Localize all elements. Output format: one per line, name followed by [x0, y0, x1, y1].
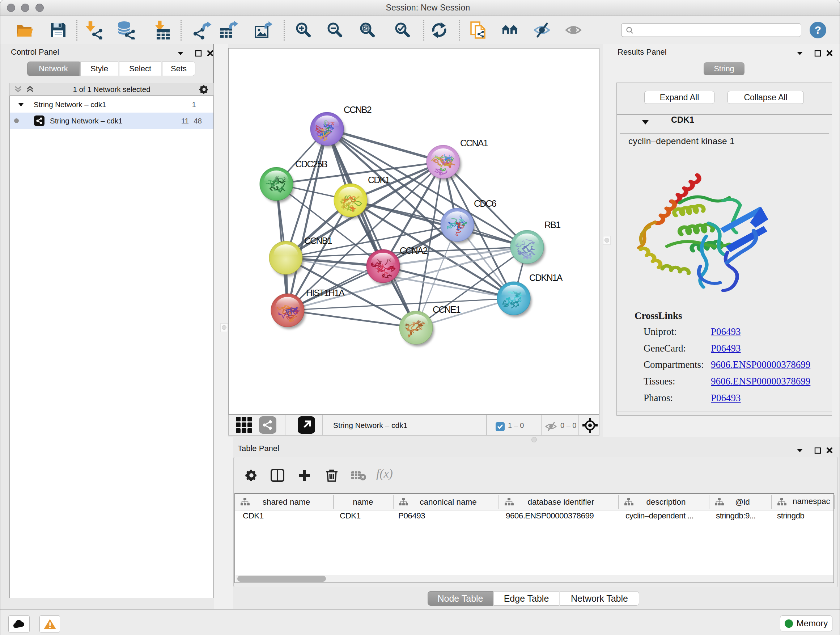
svg-text:CCNA2: CCNA2	[400, 245, 428, 256]
svg-text:CCNB2: CCNB2	[344, 105, 371, 115]
svg-text:CCNA1: CCNA1	[460, 138, 488, 148]
svg-text:HIST1H1A: HIST1H1A	[306, 288, 345, 298]
svg-text:RB1: RB1	[545, 220, 561, 230]
svg-text:CDKN1A: CDKN1A	[529, 272, 563, 283]
svg-text:CCNE1: CCNE1	[433, 304, 461, 315]
svg-text:CDC25B: CDC25B	[295, 159, 327, 169]
svg-text:CDK1: CDK1	[368, 175, 390, 185]
svg-text:CCNB1: CCNB1	[304, 236, 332, 246]
svg-text:CDC6: CDC6	[474, 198, 496, 209]
